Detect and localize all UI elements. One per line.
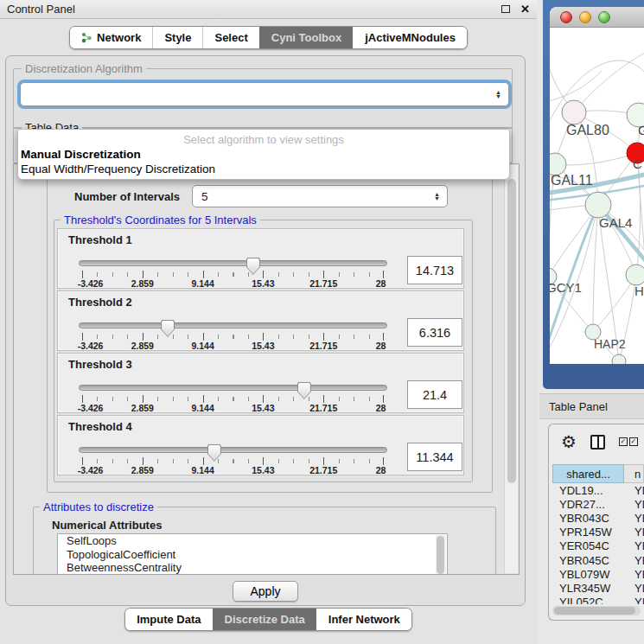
screen: { "window": { "title": "Control Panel" }… <box>0 0 644 644</box>
gear-icon[interactable]: ⚙ <box>561 433 577 450</box>
combo-arrows-icon: ▲▼ <box>434 192 440 201</box>
table-row[interactable]: YIL052CYIL0 <box>552 596 644 605</box>
threshold-2-slider-track[interactable] <box>79 322 387 328</box>
svg-text:C: C <box>633 156 642 171</box>
tab-cyni-toolbox[interactable]: Cyni Toolbox <box>259 27 353 48</box>
threshold-2-label: Threshold 2 <box>68 296 132 309</box>
column-split-icon[interactable] <box>590 435 605 450</box>
table-panel-header: Table Panel <box>539 393 644 419</box>
table-header-row: shared... n <box>552 464 644 483</box>
tab-style-label: Style <box>164 31 191 44</box>
table-row[interactable]: YBR045CYBR0 <box>552 553 644 567</box>
threshold-1-slider-track[interactable] <box>79 260 387 266</box>
node-gal80[interactable] <box>562 100 586 124</box>
zoom-traffic-light[interactable] <box>598 11 610 23</box>
algorithm-popup-hint: Select algorithm to view settings <box>18 131 509 147</box>
attributes-list-scrollbar[interactable] <box>436 535 446 575</box>
threshold-2-value-field[interactable]: 6.316 <box>407 318 462 347</box>
list-item[interactable]: BetweennessCentrality <box>58 561 447 575</box>
network-icon <box>81 32 92 43</box>
threshold-1-panel: Threshold 1 -3.426 2.859 9.144 15.43 21.… <box>57 228 464 289</box>
top-tabstrip: Network Style Select Cyni Toolbox jActiv… <box>69 26 468 49</box>
network-view-window: GAL80 G C GAL11 GAL4 GCY1 H HAP2 <box>543 0 644 389</box>
table-horizontal-scrollbar[interactable] <box>552 606 641 615</box>
threshold-3-ticks <box>82 397 384 401</box>
table-row[interactable]: YLR345WYLR3 <box>552 581 644 595</box>
num-intervals-combobox[interactable]: 5 ▲▼ <box>192 185 448 207</box>
svg-text:GAL80: GAL80 <box>566 123 609 137</box>
table-rows: YDL19...YDL1 YDR27...YDR2 YBR043CYBR0 YP… <box>552 483 644 604</box>
float-window-icon[interactable] <box>501 5 510 13</box>
checkbox-icon: ✓ <box>619 437 628 446</box>
svg-text:G: G <box>638 123 644 137</box>
settings-vertical-scrollbar[interactable] <box>504 165 518 573</box>
table-panel: ⚙ ✓ ✓ shared... n YDL19...YDL1 YDR27...Y… <box>548 424 644 621</box>
node-gal4[interactable] <box>585 192 611 218</box>
svg-text:GAL4: GAL4 <box>599 215 632 230</box>
network-window-titlebar <box>550 7 644 28</box>
control-panel-titlebar: Control Panel ✕ <box>0 0 537 19</box>
table-row[interactable]: YPR145WYPR1 <box>552 526 644 539</box>
threshold-2-ticks <box>82 335 384 339</box>
cyni-content-panel: Discretization Algorithm ▲▼ Table Data g… <box>5 55 526 606</box>
node[interactable] <box>612 354 626 364</box>
table-row[interactable]: YDL19...YDL1 <box>552 483 644 497</box>
threshold-1-scale-labels: -3.426 2.859 9.144 15.43 21.715 28 <box>82 278 384 289</box>
table-row[interactable]: YDR27...YDR2 <box>552 497 644 511</box>
threshold-1-value-field[interactable]: 14.713 <box>407 256 462 284</box>
apply-button[interactable]: Apply <box>233 581 297 602</box>
tab-style[interactable]: Style <box>152 27 202 48</box>
combo-arrows-icon: ▲▼ <box>495 90 501 99</box>
node[interactable] <box>626 265 644 285</box>
column-header-name[interactable]: n <box>624 464 644 483</box>
close-traffic-light[interactable] <box>560 11 572 23</box>
network-canvas[interactable]: GAL80 G C GAL11 GAL4 GCY1 H HAP2 <box>550 28 644 364</box>
select-columns-icon[interactable]: ✓ ✓ <box>619 437 638 446</box>
num-intervals-value: 5 <box>201 190 208 203</box>
network-window-inner: GAL80 G C GAL11 GAL4 GCY1 H HAP2 <box>550 7 644 364</box>
minimize-traffic-light[interactable] <box>579 11 591 23</box>
tab-cyni-toolbox-label: Cyni Toolbox <box>271 31 341 44</box>
threshold-3-value-field[interactable]: 21.4 <box>407 380 462 409</box>
apply-bar: Apply <box>6 575 525 606</box>
window-title: Control Panel <box>7 3 501 16</box>
threshold-3-scale-labels: -3.426 2.859 9.144 15.43 21.715 28 <box>82 403 384 413</box>
list-item[interactable]: TopologicalCoefficient <box>58 548 447 562</box>
numerical-attributes-label: Numerical Attributes <box>52 519 162 532</box>
algorithm-option-equal-width[interactable]: Equal Width/Frequency Discretization <box>18 162 509 176</box>
tab-discretize-data[interactable]: Discretize Data <box>213 609 316 630</box>
threshold-4-panel: Threshold 4 -3.426 2.859 9.144 15.43 21.… <box>57 415 464 475</box>
tab-select-label: Select <box>214 31 247 44</box>
threshold-2-panel: Threshold 2 -3.426 2.859 9.144 15.43 21.… <box>57 290 464 351</box>
algorithm-dropdown-popup: Select algorithm to view settings Manual… <box>17 129 510 180</box>
algorithm-combobox[interactable]: ▲▼ <box>20 82 509 106</box>
list-item[interactable]: SelfLoops <box>58 534 447 548</box>
close-icon[interactable]: ✕ <box>520 3 530 15</box>
tab-network-label: Network <box>97 31 141 44</box>
threshold-4-value-field[interactable]: 11.344 <box>407 443 462 471</box>
checkbox-icon: ✓ <box>629 437 638 446</box>
tab-network[interactable]: Network <box>70 27 152 48</box>
tab-jactivemnodules[interactable]: jActiveMNodules <box>353 27 467 48</box>
threshold-3-slider-track[interactable] <box>79 385 387 391</box>
algorithm-option-manual[interactable]: Manual Discretization <box>18 147 509 162</box>
table-row[interactable]: YER054CYER0 <box>552 539 644 553</box>
threshold-4-slider-track[interactable] <box>79 447 387 453</box>
tab-infer-network-label: Infer Network <box>328 613 400 626</box>
numerical-attributes-list[interactable]: SelfLoops TopologicalCoefficient Between… <box>57 533 448 575</box>
tab-jactivemnodules-label: jActiveMNodules <box>365 31 456 44</box>
table-row[interactable]: YBL079WYBL0 <box>552 567 644 581</box>
svg-text:H: H <box>634 284 644 298</box>
table-row[interactable]: YBR043CYBR0 <box>552 511 644 525</box>
thresholds-group-title: Threshold's Coordinates for 5 Intervals <box>61 214 260 226</box>
svg-text:GAL11: GAL11 <box>551 173 593 188</box>
tab-select[interactable]: Select <box>202 27 258 48</box>
tab-impute-data[interactable]: Impute Data <box>125 609 212 630</box>
scrollbar-thumb[interactable] <box>507 179 516 483</box>
column-header-shared-name[interactable]: shared... <box>552 464 624 483</box>
tab-infer-network[interactable]: Infer Network <box>316 609 411 630</box>
threshold-4-scale-labels: -3.426 2.859 9.144 15.43 21.715 28 <box>82 465 384 475</box>
svg-text:GCY1: GCY1 <box>550 280 582 295</box>
table-panel-title: Table Panel <box>549 400 608 413</box>
threshold-3-label: Threshold 3 <box>68 358 132 371</box>
